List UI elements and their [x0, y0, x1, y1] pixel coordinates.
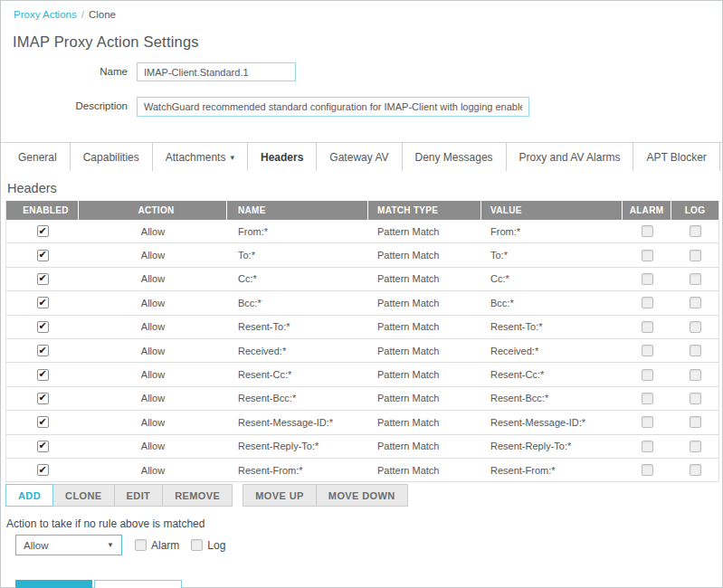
name-cell: Resent-Message-ID:*	[227, 411, 368, 433]
description-row: Description	[1, 97, 722, 117]
cancel-button[interactable]: CANCEL	[94, 580, 182, 588]
breadcrumb-link-proxy-actions[interactable]: Proxy Actions	[14, 9, 77, 20]
enabled-checkbox[interactable]	[37, 297, 49, 308]
tab-apt-blocker[interactable]: APT Blocker	[633, 143, 719, 171]
log-checkbox[interactable]	[690, 225, 701, 237]
enabled-cell	[6, 243, 79, 266]
tab-deny-messages[interactable]: Deny Messages	[403, 143, 507, 171]
table-header-row: ENABLED ACTION NAME MATCH TYPE VALUE ALA…	[6, 201, 718, 220]
tab-headers[interactable]: Headers	[248, 143, 317, 171]
move-down-button[interactable]: MOVE DOWN	[316, 484, 408, 507]
alarm-checkbox[interactable]	[642, 416, 653, 428]
alarm-checkbox[interactable]	[642, 250, 653, 261]
match-type-cell: Pattern Match	[368, 316, 481, 338]
log-checkbox[interactable]	[690, 441, 701, 452]
enabled-cell	[6, 316, 79, 338]
enabled-checkbox[interactable]	[37, 416, 49, 428]
log-checkbox[interactable]	[690, 273, 701, 285]
log-checkbox[interactable]	[690, 416, 701, 428]
tab-gateway-av[interactable]: Gateway AV	[317, 143, 402, 171]
name-field[interactable]	[137, 62, 296, 81]
log-checkbox[interactable]	[690, 345, 701, 356]
alarm-checkbox[interactable]	[642, 297, 653, 308]
tab-label: General	[18, 151, 57, 164]
tab-label: Proxy and AV Alarms	[519, 151, 621, 164]
enabled-checkbox[interactable]	[37, 250, 49, 261]
enabled-checkbox[interactable]	[37, 273, 49, 285]
alarm-cell	[623, 243, 671, 266]
log-checkbox[interactable]	[690, 297, 701, 308]
alarm-checkbox[interactable]	[642, 273, 653, 285]
match-type-cell: Pattern Match	[368, 220, 481, 242]
default-alarm-label: Alarm	[151, 539, 179, 552]
alarm-checkbox[interactable]	[642, 345, 653, 356]
enabled-checkbox[interactable]	[37, 369, 49, 381]
alarm-checkbox[interactable]	[642, 393, 653, 404]
enabled-cell	[6, 459, 79, 481]
description-field[interactable]	[137, 97, 529, 117]
edit-button[interactable]: EDIT	[114, 484, 164, 507]
default-action-select[interactable]: Allow ▼	[15, 535, 122, 555]
action-cell: Allow	[79, 339, 227, 362]
select-caret-icon: ▼	[107, 541, 114, 549]
enabled-checkbox[interactable]	[37, 321, 49, 333]
action-cell: Allow	[79, 363, 227, 385]
alarm-cell	[623, 459, 671, 481]
log-cell	[671, 220, 718, 242]
enabled-checkbox[interactable]	[37, 441, 49, 452]
tab-proxy-and-av-alarms[interactable]: Proxy and AV Alarms	[507, 143, 634, 171]
log-checkbox[interactable]	[690, 464, 701, 476]
remove-button[interactable]: REMOVE	[162, 484, 233, 507]
add-button[interactable]: ADD	[5, 484, 53, 507]
tab-attachments[interactable]: Attachments▾	[153, 143, 248, 171]
enabled-checkbox[interactable]	[37, 393, 49, 404]
match-type-cell: Pattern Match	[368, 435, 481, 458]
tab-capabilities[interactable]: Capabilities	[71, 143, 153, 171]
alarm-checkbox[interactable]	[642, 369, 653, 381]
alarm-cell	[623, 220, 671, 242]
clone-button[interactable]: CLONE	[52, 484, 115, 507]
match-type-cell: Pattern Match	[368, 411, 481, 433]
alarm-cell	[623, 268, 671, 290]
match-type-cell: Pattern Match	[368, 291, 481, 314]
alarm-checkbox[interactable]	[642, 441, 653, 452]
tab-label: APT Blocker	[646, 151, 706, 164]
tab-bar: GeneralCapabilitiesAttachments▾HeadersGa…	[1, 142, 722, 171]
alarm-cell	[623, 363, 671, 385]
enabled-checkbox[interactable]	[37, 464, 49, 476]
action-cell: Allow	[79, 268, 227, 290]
name-cell: Resent-Bcc:*	[227, 387, 368, 410]
table-row: AllowResent-Reply-To:*Pattern MatchResen…	[6, 435, 718, 459]
toolbar-gap	[233, 484, 243, 507]
headers-table: ENABLED ACTION NAME MATCH TYPE VALUE ALA…	[5, 201, 719, 482]
column-header-action: ACTION	[79, 201, 227, 220]
alarm-checkbox[interactable]	[642, 464, 653, 476]
enabled-checkbox[interactable]	[37, 345, 49, 356]
save-button[interactable]: SAVE	[15, 580, 92, 588]
footer-actions: SAVE CANCEL	[15, 580, 722, 588]
tab-general[interactable]: General	[5, 143, 71, 171]
alarm-checkbox[interactable]	[642, 321, 653, 333]
table-body: AllowFrom:*Pattern MatchFrom:*AllowTo:*P…	[6, 220, 718, 482]
name-cell: Resent-To:*	[227, 316, 368, 338]
action-cell: Allow	[79, 291, 227, 314]
log-checkbox[interactable]	[690, 321, 701, 333]
enabled-checkbox[interactable]	[37, 225, 49, 237]
rule-toolbar: ADD CLONE EDIT REMOVE MOVE UP MOVE DOWN	[5, 484, 722, 507]
name-cell: Cc:*	[227, 268, 368, 290]
action-cell: Allow	[79, 435, 227, 458]
value-cell: Cc:*	[481, 268, 623, 290]
enabled-cell	[6, 435, 79, 458]
log-cell	[671, 243, 718, 266]
log-checkbox[interactable]	[690, 393, 701, 404]
log-checkbox[interactable]	[690, 369, 701, 381]
column-header-log: LOG	[671, 201, 718, 220]
default-alarm-checkbox[interactable]	[135, 539, 147, 551]
description-label: Description	[1, 97, 128, 111]
alarm-checkbox[interactable]	[642, 225, 653, 237]
value-cell: Resent-Cc:*	[481, 363, 623, 385]
default-log-checkbox[interactable]	[191, 539, 203, 551]
move-up-button[interactable]: MOVE UP	[243, 484, 317, 507]
log-checkbox[interactable]	[690, 250, 701, 261]
enabled-cell	[6, 268, 79, 290]
